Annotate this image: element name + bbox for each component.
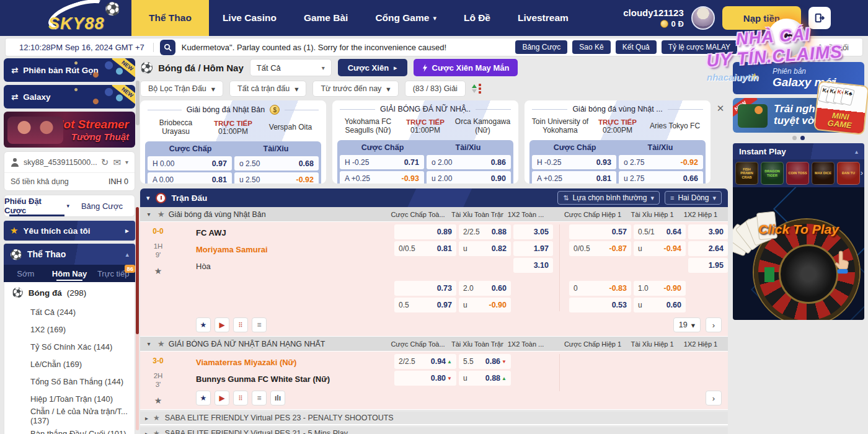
star-icon[interactable]: ★ [157, 339, 165, 348]
star-icon[interactable]: ★ [157, 210, 165, 219]
tab-bet-board[interactable]: Bảng Cược [69, 195, 135, 216]
odds-cell[interactable]: 2.64 [688, 241, 728, 256]
odds-cell[interactable]: o 2.75-0.92 [619, 155, 703, 169]
carousel-dots[interactable] [733, 136, 864, 140]
star-action-icon[interactable]: ★ [196, 391, 211, 405]
instant-play-game[interactable]: DRAGON TIGER [761, 162, 784, 185]
close-icon[interactable]: ✕ [714, 103, 727, 114]
main-scrollbar-track[interactable] [136, 207, 139, 430]
banner-galaxy[interactable]: ⇄ Galaxy NEW [4, 85, 135, 108]
sidebar-market-item[interactable]: Bàn thắng Đầu/ Cuối (101) [4, 425, 135, 434]
hot-streamer-banner[interactable]: Hot Streamer Tường Thuật [4, 112, 135, 148]
scroll-right-icon[interactable]: › [861, 168, 863, 177]
instant-play-header[interactable]: Instant Play ▴ [733, 143, 864, 159]
odds-cell[interactable]: 0/0.5-0.87 [569, 241, 631, 256]
odds-cell[interactable]: 0.57 [569, 224, 631, 239]
odds-cell[interactable]: 0-0.83 [569, 281, 631, 296]
odds-cell[interactable]: 1.0-0.90 [634, 281, 686, 296]
favorites-bar[interactable]: ★ Yêu thích của tôi ▸ [4, 221, 135, 241]
grid-action-icon[interactable]: ⠿ [233, 391, 248, 405]
ticker-button[interactable]: Bảng Cược [515, 40, 567, 54]
odds-cell[interactable]: 0.80▼ [394, 371, 456, 386]
odds-cell[interactable]: 3.10 [513, 258, 553, 273]
sidebar-market-item[interactable]: Hiệp 1/Toàn Trận (140) [4, 390, 135, 407]
nav-item-lô-đề[interactable]: Lô Đề [450, 0, 504, 36]
sidebar-market-item[interactable]: Chẵn / Lẻ của Nửa trận/T... (137) [4, 407, 135, 425]
chevron-down-icon[interactable]: ▾ [125, 159, 128, 166]
instant-play-game[interactable]: ĐAN TU [837, 162, 860, 185]
list-action-icon[interactable]: ≡ [252, 317, 267, 332]
odds-cell[interactable]: 3.90 [688, 224, 728, 239]
odds-cell[interactable]: u0.60 [634, 298, 686, 312]
odds-cell[interactable]: H -0.250.93 [532, 155, 616, 169]
more-bets-dropdown[interactable]: 19▾ [673, 317, 701, 332]
league-count-pill[interactable]: (83 / 83) Giải [405, 81, 466, 97]
sort-icon[interactable] [472, 84, 481, 94]
ticker-button[interactable]: Sao Kê [572, 40, 610, 54]
favorite-star-icon[interactable]: ★ [140, 266, 176, 276]
odds-cell[interactable]: 0.53 [569, 298, 631, 312]
sidebar-market-item[interactable]: Tỷ Số Chính Xác (144) [4, 338, 135, 355]
deposit-button[interactable]: Nạp tiền [722, 6, 801, 30]
odds-cell[interactable]: A +0.25-0.93 [340, 171, 424, 184]
odds-cell[interactable]: 0/0.50.81 [394, 241, 456, 256]
next-button[interactable]: › [706, 317, 722, 332]
odds-cell[interactable]: u 2.50-0.92 [234, 172, 319, 184]
sports-tab-trực-tiếp[interactable]: Trực tiếp86 [91, 265, 135, 282]
sidebar-market-item[interactable]: Tất Cả (244) [4, 303, 135, 321]
sports-section-header[interactable]: ⚽ Thể Thao ▴ [4, 244, 135, 265]
sidebar-scrollbar[interactable] [136, 81, 140, 125]
odds-cell[interactable]: 1.95 [688, 258, 728, 273]
odds-cell[interactable]: u 2.750.66 [619, 171, 703, 184]
lucky-parlay-button[interactable]: Cược Xiên May Mắn [414, 59, 518, 76]
odds-cell[interactable]: 5.50.86▼ [459, 354, 511, 369]
odds-cell[interactable]: u-0.94 [634, 241, 686, 256]
odds-cell[interactable]: 0.50.97 [394, 298, 456, 312]
logout-button[interactable] [808, 7, 831, 29]
grid-action-icon[interactable]: ⠿ [233, 317, 248, 332]
ticker-button[interactable]: Kết Quả [616, 40, 657, 54]
all-filter-dropdown[interactable]: Tất Cả ▾ [250, 59, 332, 76]
odds-cell[interactable]: 0.73 [394, 281, 456, 296]
instant-play-game[interactable]: FISH PRAWN CRAB [735, 162, 758, 185]
banner-compact-version[interactable]: ⇄ Phiên bản Rút Gọn NEW [4, 58, 135, 82]
line-count-dropdown[interactable]: ≡ Hai Dòng ▾ [665, 191, 722, 205]
refresh-icon[interactable]: ↻ [101, 157, 109, 168]
search-button[interactable] [160, 40, 175, 55]
odds-cell[interactable]: 0.5/10.64 [634, 224, 686, 239]
filter-dropdown[interactable]: Tất cả trận đấu▾ [229, 81, 306, 97]
nav-item-live-casino[interactable]: Live Casino [209, 0, 290, 36]
nav-item-game-bài[interactable]: Game Bài [290, 0, 362, 36]
avatar[interactable] [691, 6, 715, 30]
odds-cell[interactable]: A 0.000.81 [148, 172, 232, 184]
dark-mode-label[interactable]: ộ nền tối [818, 43, 849, 52]
sidebar-market-item[interactable]: Lẻ/Chẵn (169) [4, 355, 135, 373]
odds-cell[interactable]: u0.88▲ [459, 371, 511, 386]
sports-tab-sớm[interactable]: Sớm [4, 265, 48, 282]
sidebar-market-item[interactable]: Tổng Số Bàn Thắng (144) [4, 373, 135, 390]
list-action-icon[interactable]: ≡ [252, 391, 267, 405]
odds-cell[interactable]: A +0.250.81 [532, 171, 616, 184]
odds-cell[interactable]: 2/2.50.94▲ [394, 354, 456, 369]
filter-dropdown[interactable]: Từ trước đến nay▾ [312, 81, 398, 97]
sports-tab-hôm-nay[interactable]: Hôm Nay [48, 265, 92, 282]
main-scrollbar-thumb[interactable] [136, 207, 139, 334]
mail-icon[interactable]: ✉ [113, 157, 121, 168]
next-button[interactable]: › [706, 391, 722, 405]
sidebar-market-item[interactable]: 1X2 (169) [4, 321, 135, 338]
play-action-icon[interactable]: ▶ [215, 317, 229, 332]
odds-cell[interactable]: 2/2.50.88 [459, 224, 511, 239]
league-header[interactable]: ▾★Giải bóng đá vùng Nhật BảnCược Chấp To… [140, 207, 728, 222]
mini-game-card[interactable]: K♦K♠K♥K♣ MINI GAME [813, 81, 868, 135]
collapsed-league-row[interactable]: ▸★SABA ELITE FRIENDLY Virtual PES 23 - P… [140, 412, 728, 425]
selection-mode-dropdown[interactable]: ⇅ Lựa chọn bình thường ▾ [557, 191, 660, 205]
instant-play-game[interactable]: COIN TOSS [786, 162, 809, 185]
nav-item-thể-thao[interactable]: Thể Thao [131, 0, 209, 36]
chevron-down-icon[interactable]: ▾ [146, 194, 150, 202]
odds-cell[interactable]: 3.05 [513, 224, 553, 239]
chevron-down-icon[interactable]: ▾ [144, 340, 154, 347]
nav-item-livestream[interactable]: Livestream [504, 0, 582, 36]
collapsed-league-row[interactable]: ▸★SABA ELITE FRIENDLY Virtual PES 21 - 5… [140, 427, 728, 434]
star-action-icon[interactable]: ★ [196, 317, 211, 332]
league-header[interactable]: ▾★GIẢI BÓNG ĐÁ NỮ NHẬT BẢN HẠNG NHẤTCược… [140, 337, 728, 352]
